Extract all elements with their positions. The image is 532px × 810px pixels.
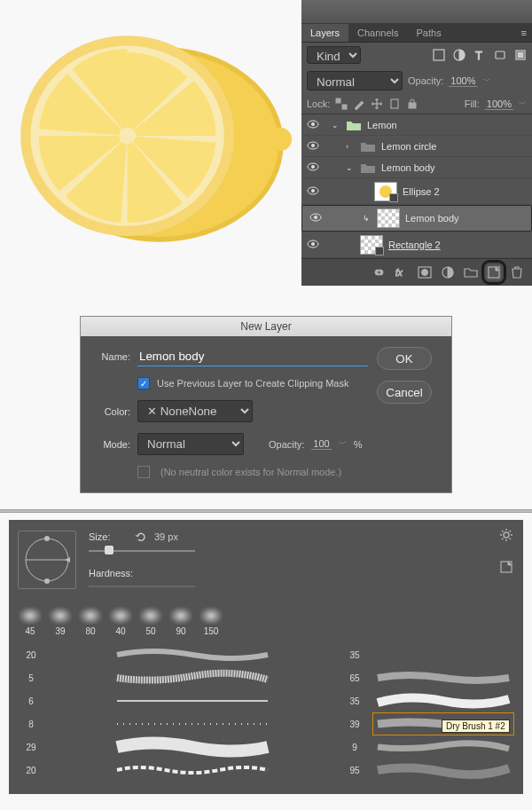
brush-tip[interactable]: 45 [18,607,43,636]
chevron-down-icon[interactable]: ﹀ [483,75,491,87]
size-value[interactable]: 39 px [154,531,178,542]
brush-stroke[interactable] [48,735,337,759]
filter-adjust-icon[interactable] [453,49,466,61]
lock-position-icon[interactable] [371,98,383,110]
panel-menu-icon[interactable]: ≡ [516,24,532,42]
ok-button[interactable]: OK [377,347,432,370]
brush-stroke[interactable] [48,689,337,712]
stroke-size[interactable]: 20 [18,759,44,782]
new-preset-icon[interactable] [498,559,514,575]
brush-stroke[interactable] [48,712,337,735]
fill-value[interactable]: 100% [485,98,513,110]
opacity-value[interactable]: 100 [311,438,331,450]
layer-group-lemon-circle[interactable]: › Lemon circle [301,136,532,157]
visibility-icon[interactable] [308,211,324,225]
filter-type-icon[interactable]: T [473,49,486,61]
svg-point-5 [119,128,136,145]
stroke-size[interactable]: 8 [18,712,44,735]
brush-stroke[interactable] [372,643,514,666]
disclosure-closed-icon[interactable]: › [346,142,355,151]
clipping-mask-checkbox[interactable]: ✓ [137,377,150,389]
link-layers-icon[interactable] [371,264,387,280]
layer-kind-select[interactable]: Kind [307,46,361,64]
svg-line-43 [502,531,504,532]
svg-point-2 [269,128,292,151]
layer-color-select[interactable]: ✕ NoneNone [137,400,253,422]
panel-tabs: Layers Channels Paths ≡ [301,23,532,43]
lock-all-icon[interactable] [406,98,419,110]
visibility-icon[interactable] [305,161,321,175]
layer-lemon-body[interactable]: ↳ Lemon body [301,205,532,232]
layer-fx-icon[interactable]: fx [394,264,410,280]
reset-size-icon[interactable] [135,531,147,543]
lock-artboard-icon[interactable] [388,98,401,110]
disclosure-open-icon[interactable]: ⌄ [332,121,340,130]
visibility-icon[interactable] [305,139,321,153]
brush-tip[interactable]: 150 [199,607,223,636]
layers-panel: Layers Channels Paths ≡ Kind T Normal Op… [301,0,532,286]
delete-layer-icon[interactable] [509,264,525,280]
stroke-size[interactable]: 39 [340,712,369,735]
brush-stroke[interactable] [48,759,337,782]
brush-stroke[interactable] [372,735,514,759]
svg-rect-13 [342,105,347,109]
stroke-size[interactable]: 6 [18,689,44,712]
stroke-size[interactable]: 5 [18,666,44,689]
filter-smart-icon[interactable] [514,49,527,61]
new-group-icon[interactable] [463,264,479,280]
brush-stroke[interactable] [48,643,337,666]
disclosure-open-icon[interactable]: ⌄ [346,163,355,172]
brush-tip[interactable]: 90 [168,607,193,636]
layer-group-lemon[interactable]: ⌄ Lemon [301,114,532,136]
brush-preset-panel: Size: 39 px Hardness: 45 39 80 40 50 9 [9,520,523,794]
stroke-size[interactable]: 35 [340,643,369,666]
brush-stroke[interactable] [372,759,514,782]
blend-mode-select[interactable]: Normal [307,71,403,90]
adjustment-layer-icon[interactable] [440,264,456,280]
filter-shape-icon[interactable] [494,49,506,61]
stroke-size[interactable]: 95 [340,759,369,782]
stroke-size[interactable]: 35 [340,689,369,712]
visibility-icon[interactable] [305,118,321,132]
layer-ellipse-2[interactable]: Ellipse 2 [301,178,532,205]
chevron-down-icon[interactable]: ﹀ [339,438,347,450]
layer-name-input[interactable] [137,347,368,366]
visibility-icon[interactable] [305,185,321,199]
stroke-size[interactable]: 65 [340,666,369,689]
tab-paths[interactable]: Paths [408,24,450,42]
stroke-size[interactable]: 29 [18,735,44,759]
brush-tip[interactable]: 40 [108,607,133,636]
brush-tip[interactable]: 50 [138,607,163,636]
brush-tip[interactable]: 80 [78,607,103,636]
layer-rectangle-2[interactable]: Rectangle 2 [301,232,532,258]
opacity-value[interactable]: 100% [449,75,477,87]
brush-stroke[interactable] [372,666,514,689]
gear-icon[interactable] [498,527,514,543]
lock-label: Lock: [307,98,330,109]
brush-stroke[interactable] [48,666,337,689]
visibility-icon[interactable] [305,238,321,252]
tab-layers[interactable]: Layers [301,24,348,42]
brush-angle-preview[interactable] [18,531,76,589]
lock-transparency-icon[interactable] [335,98,348,110]
opacity-unit: % [354,439,363,450]
svg-rect-14 [391,99,398,108]
layer-group-lemon-body[interactable]: ⌄ Lemon body [301,157,532,178]
tab-channels[interactable]: Channels [348,24,407,42]
svg-text:fx: fx [395,268,403,278]
brush-tip[interactable]: 39 [48,607,73,636]
new-layer-icon[interactable] [486,264,502,280]
opacity-label: Opacity: [408,75,443,86]
blend-mode-select[interactable]: Normal [137,433,244,455]
lock-paint-icon[interactable] [353,98,365,110]
chevron-down-icon[interactable]: ﹀ [519,98,527,110]
svg-rect-9 [496,51,505,59]
add-mask-icon[interactable] [417,264,433,280]
stroke-size[interactable]: 20 [18,643,44,666]
layers-footer: fx [301,258,532,286]
filter-pixel-icon[interactable] [433,49,445,61]
brush-stroke[interactable] [372,689,514,712]
cancel-button[interactable]: Cancel [377,381,432,404]
stroke-size[interactable]: 9 [340,735,369,759]
size-slider[interactable] [89,550,195,552]
